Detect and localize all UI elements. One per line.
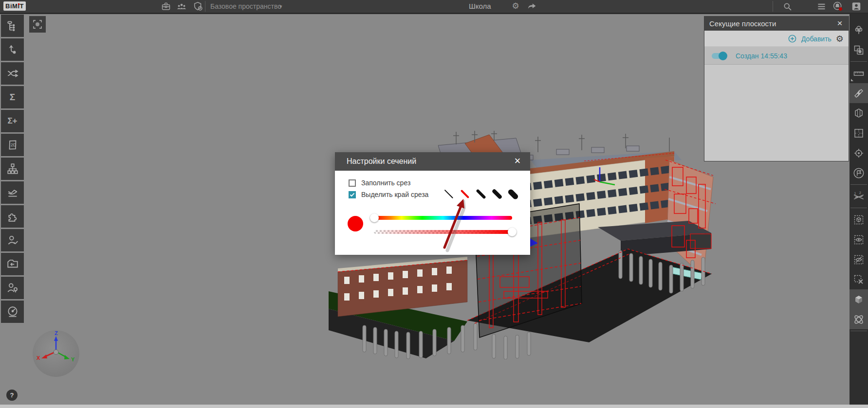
sum-add-icon[interactable]: Σ+ [1,110,24,132]
help-button[interactable]: ? [6,390,18,401]
topbar-shadow [0,13,868,14]
compare-arrows-icon[interactable] [1,62,24,85]
dialog-close-icon[interactable]: × [511,152,524,171]
notifications-icon[interactable] [832,1,843,12]
dashboard-gauge-icon[interactable] [1,301,24,323]
stroke-width-option[interactable] [443,187,455,201]
selected-color-swatch [348,216,363,231]
analytics-chart-icon[interactable] [1,181,24,204]
show-visibility-icon[interactable] [850,230,868,249]
sheet-2d-icon[interactable]: 2D [1,134,24,156]
shield-clock-icon[interactable] [193,1,203,12]
fit-view-button[interactable] [29,16,46,33]
axis-y-label: Y [71,356,75,362]
hue-slider[interactable] [374,216,512,220]
stroke-width-option[interactable] [507,187,519,201]
axis-x-label: X [37,355,40,361]
topbar-separator [773,1,773,12]
plugin-puzzle-icon[interactable] [1,205,24,228]
axis-z-label: Z [55,330,58,336]
topbar: BiMiT Базовое пространство ▾ Школа ⚙ [0,0,868,13]
user-check-icon[interactable] [1,229,24,251]
svg-text:2: 2 [859,191,861,194]
scene-tree-icon[interactable] [850,20,868,40]
add-plane-icon[interactable] [788,34,797,43]
panel-close-icon[interactable]: × [834,17,846,31]
opacity-slider-handle[interactable] [508,228,517,236]
stroke-width-option[interactable] [475,187,487,201]
section-settings-dialog: Настройки сечений × Заполнить срез Выдел… [335,152,530,255]
toolbar-separator [850,208,867,208]
chevron-down-icon[interactable]: ▾ [279,0,282,13]
right-toolbar: 1 2 [850,14,868,405]
search-icon[interactable] [782,1,793,12]
isolate-cube-icon[interactable] [850,210,868,230]
section-cube-icon[interactable] [850,103,868,123]
stroke-width-options [443,187,519,201]
toolbar-separator [850,184,867,185]
panel-settings-gear-icon[interactable]: ⚙ [836,34,844,44]
fill-section-checkbox[interactable] [349,179,356,187]
navigation-gizmo[interactable]: Z X Y [33,330,79,377]
panel-title: Секущие плоскости [704,17,849,31]
clip-flash-icon[interactable] [850,83,868,103]
floorplan-icon[interactable] [850,123,868,143]
svg-text:2D: 2D [10,142,16,147]
user-location-icon[interactable] [1,277,24,299]
fill-section-label: Заполнить срез [361,179,410,187]
bottom-status-strip [0,405,868,408]
app-logo[interactable]: BiMiT [3,1,26,11]
hide-visibility-icon[interactable] [850,249,868,269]
flag-icon[interactable] [850,163,868,183]
stroke-width-option[interactable] [459,187,471,201]
account-icon[interactable] [851,1,862,12]
toolbar-separator [850,331,867,331]
toolbar-separator [850,61,867,62]
sum-icon[interactable]: Σ [1,86,24,108]
toggle-knob [719,52,727,60]
logo-accent-dot [18,3,19,5]
highlight-edge-checkbox[interactable] [349,191,356,198]
focus-target-icon[interactable] [850,143,868,163]
briefcase-icon[interactable] [161,1,171,12]
list-icon[interactable] [816,1,827,12]
stroke-width-option[interactable] [491,187,503,201]
hue-slider-handle[interactable] [370,213,379,222]
project-title: Школа [469,0,491,13]
hierarchy-icon[interactable] [1,158,24,180]
model-tree-icon[interactable] [1,15,24,37]
flyout-indicator [851,79,853,81]
left-toolbar: Σ Σ+ 2D [1,15,24,324]
highlight-edge-label: Выделить край среза [361,191,428,198]
panel-toolbar: Добавить ⚙ [704,31,849,47]
cutting-plane-row[interactable]: Создан 14:55:43 [704,48,849,65]
opacity-slider[interactable] [374,230,512,234]
project-settings-gear-icon[interactable]: ⚙ [510,1,521,12]
add-plane-button[interactable]: Добавить [801,35,831,43]
dialog-title: Настройки сечений [335,152,530,171]
pick-element-icon[interactable] [1,38,24,61]
workspace-selector[interactable]: Базовое пространство [210,0,281,13]
plane-label: Создан 14:55:43 [736,52,787,60]
cutting-planes-panel: Секущие плоскости × Добавить ⚙ Создан 14… [704,16,849,161]
topbar-separator [205,1,205,12]
svg-text:1: 1 [854,191,856,195]
share-icon[interactable] [527,1,537,12]
team-icon[interactable] [176,1,187,12]
measure-ruler-icon[interactable] [850,63,868,83]
overlap-select-icon[interactable] [850,40,868,60]
plane-toggle[interactable] [711,52,727,60]
notification-badge [839,7,842,11]
solid-view-icon[interactable] [850,289,868,309]
shared-folder-icon[interactable] [1,253,24,275]
hide-dimensions-icon[interactable]: 1 2 [850,186,868,206]
clear-selection-icon[interactable] [850,269,868,289]
orbit-mode-icon[interactable] [850,309,868,329]
